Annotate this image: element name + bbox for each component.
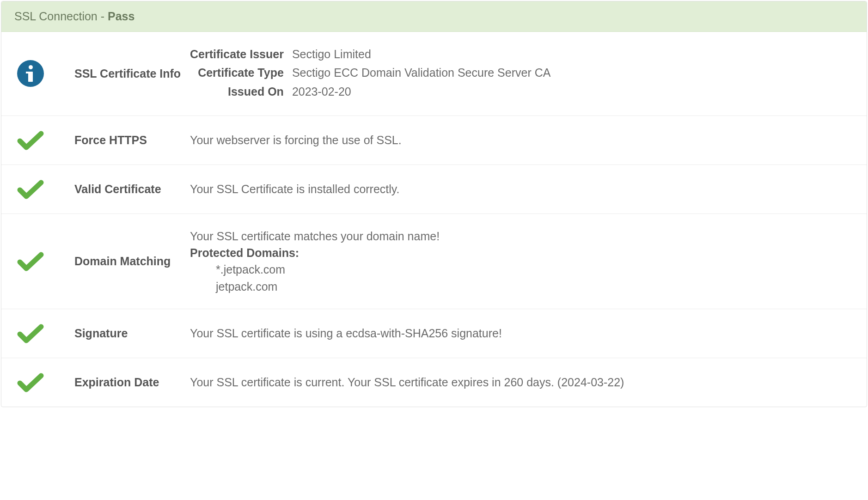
row-content: Your SSL certificate is current. Your SS… (190, 374, 854, 390)
row-expiration-date: Expiration Date Your SSL certificate is … (1, 358, 867, 407)
row-force-https: Force HTTPS Your webserver is forcing th… (1, 116, 867, 165)
row-label: Signature (74, 327, 190, 340)
cert-issuer-value: Sectigo Limited (292, 46, 551, 64)
info-icon (17, 60, 44, 87)
row-ssl-cert-info: SSL Certificate Info Certificate Issuer … (1, 32, 867, 116)
issued-on-value: 2023-02-20 (292, 83, 551, 102)
protected-domains-label: Protected Domains: (190, 244, 854, 261)
row-content: Your SSL Certificate is installed correc… (190, 181, 854, 197)
protected-domain: *.jetpack.com (216, 261, 854, 278)
check-icon (17, 179, 44, 200)
check-icon (17, 372, 44, 393)
cert-type-value: Sectigo ECC Domain Validation Secure Ser… (292, 64, 551, 83)
row-content: Your SSL certificate matches your domain… (190, 228, 854, 295)
panel-status: Pass (108, 10, 134, 23)
row-label: Expiration Date (74, 376, 190, 389)
icon-col (14, 130, 74, 151)
icon-col (14, 323, 74, 344)
cert-type-label: Certificate Type (190, 64, 292, 83)
ssl-connection-panel: SSL Connection - Pass SSL Certificate In… (1, 1, 867, 407)
icon-col (14, 372, 74, 393)
cert-issuer-label: Certificate Issuer (190, 46, 292, 64)
row-label: Force HTTPS (74, 134, 190, 147)
icon-col (14, 251, 74, 272)
panel-title: SSL Connection - (14, 10, 108, 23)
row-label: SSL Certificate Info (74, 67, 190, 80)
row-valid-certificate: Valid Certificate Your SSL Certificate i… (1, 165, 867, 214)
protected-domain: jetpack.com (216, 278, 854, 295)
row-signature: Signature Your SSL certificate is using … (1, 309, 867, 358)
row-label: Domain Matching (74, 255, 190, 268)
icon-col (14, 60, 74, 87)
check-icon (17, 130, 44, 151)
check-icon (17, 323, 44, 344)
row-content: Your SSL certificate is using a ecdsa-wi… (190, 325, 854, 341)
icon-col (14, 179, 74, 200)
issued-on-label: Issued On (190, 83, 292, 102)
check-icon (17, 251, 44, 272)
row-content: Certificate Issuer Sectigo Limited Certi… (190, 46, 854, 102)
panel-header: SSL Connection - Pass (1, 1, 867, 32)
row-label: Valid Certificate (74, 183, 190, 196)
row-content: Your webserver is forcing the use of SSL… (190, 132, 854, 148)
domain-matching-message: Your SSL certificate matches your domain… (190, 228, 854, 244)
row-domain-matching: Domain Matching Your SSL certificate mat… (1, 214, 867, 309)
